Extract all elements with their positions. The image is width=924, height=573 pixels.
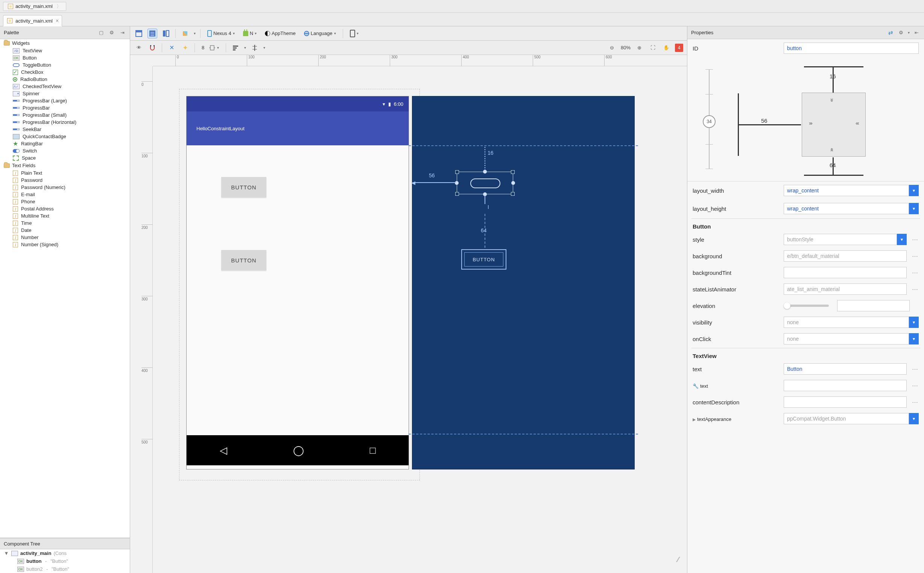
palette-item[interactable]: ITime	[0, 219, 130, 227]
prop-visibility-input[interactable]	[784, 316, 909, 328]
gear-icon[interactable]: ⚙	[897, 29, 905, 36]
cycle-icon[interactable]: ⇄	[887, 29, 894, 36]
palette-group[interactable]: Widgets	[0, 39, 130, 47]
prop-layout-height-input[interactable]	[784, 203, 909, 214]
fit-icon[interactable]: ⛶	[648, 43, 658, 53]
palette-item[interactable]: CheckBox	[0, 69, 130, 76]
gear-icon[interactable]: ⚙	[108, 29, 116, 36]
palette-item[interactable]: ▾Spinner	[0, 90, 130, 97]
more-icon[interactable]: ⋯	[911, 399, 919, 406]
prop-sla-input[interactable]	[784, 283, 907, 295]
infer-constraints-icon[interactable]: ✦	[180, 43, 190, 53]
zoom-in-icon[interactable]: ⊕	[634, 43, 644, 53]
api-picker[interactable]: N▾	[241, 29, 259, 38]
dropdown-icon[interactable]: ▾	[909, 185, 919, 196]
palette-item[interactable]: A✓CheckedTextView	[0, 83, 130, 90]
blueprint-surface-icon[interactable]	[147, 29, 157, 38]
more-icon[interactable]: ⋯	[911, 286, 919, 293]
palette-group[interactable]: Text Fields	[0, 161, 130, 169]
palette-item[interactable]: Space	[0, 154, 130, 161]
tree-node-button2[interactable]: OK button2 - "Button"	[0, 565, 130, 573]
palette-item[interactable]: IPhone	[0, 198, 130, 205]
prop-background-input[interactable]	[784, 250, 907, 261]
orientation-icon[interactable]	[180, 29, 190, 38]
palette-item[interactable]: SeekBar	[0, 126, 130, 133]
canvas[interactable]: 0100200300400500600 0100200300400500 ▾ ▮…	[130, 55, 687, 573]
clear-constraints-icon[interactable]: ✕	[167, 43, 176, 53]
prop-id-input[interactable]	[784, 42, 919, 54]
palette-item[interactable]: ProgressBar (Small)	[0, 111, 130, 119]
prop-style-input[interactable]	[784, 234, 897, 245]
warning-badge[interactable]: 4	[675, 44, 683, 52]
dropdown-icon[interactable]: ▾	[909, 333, 919, 344]
ci-center-box[interactable]: ››› ‹‹‹ ››› ‹‹‹	[802, 92, 866, 157]
prop-cd-input[interactable]	[784, 396, 907, 408]
design-button-2[interactable]: BUTTON	[221, 250, 266, 270]
close-icon[interactable]: ×	[56, 18, 59, 24]
bp-selected-button[interactable]	[457, 172, 513, 194]
locale-picker[interactable]: Language▾	[302, 29, 338, 38]
design-button-1[interactable]: BUTTON	[221, 177, 266, 197]
palette-item[interactable]: RadioButton	[0, 76, 130, 83]
dropdown-icon[interactable]: ▾	[909, 413, 919, 424]
vertical-bias-slider[interactable]: 34	[701, 69, 718, 169]
device-design-surface[interactable]: ▾ ▮ 6:00 HelloConstraintLayout BUTTON BU…	[187, 96, 409, 469]
prop-text-input[interactable]	[784, 363, 907, 374]
pan-icon[interactable]: ✋	[662, 43, 671, 53]
eye-icon[interactable]: 👁	[134, 43, 144, 53]
constraint-inspector[interactable]: 34 16 56 64 ››› ‹‹‹ ››› ‹‹‹	[687, 57, 924, 182]
collapse-icon[interactable]: ⇤	[913, 29, 920, 36]
design-surface-icon[interactable]	[134, 29, 144, 38]
palette-item[interactable]: IPlain Text	[0, 169, 130, 177]
bp-button-2[interactable]: BUTTON	[461, 249, 506, 269]
editor-tab[interactable]: activity_main.xml ×	[3, 15, 62, 27]
palette-item[interactable]: Switch	[0, 147, 130, 154]
prop-onclick-input[interactable]	[784, 333, 909, 344]
palette-item[interactable]: IPostal Address	[0, 205, 130, 212]
breadcrumb-item[interactable]: activity_main.xml 〉	[3, 2, 66, 11]
prop-bgtint-input[interactable]	[784, 267, 907, 278]
more-icon[interactable]: ⋯	[911, 269, 919, 276]
palette-layout-icon[interactable]: ▢	[97, 29, 105, 36]
zoom-out-icon[interactable]: ⊖	[607, 43, 617, 53]
align-icon[interactable]	[231, 43, 240, 53]
default-margin[interactable]: 8 ▾	[200, 43, 221, 53]
palette-item[interactable]: AbTextView	[0, 47, 130, 54]
collapse-icon[interactable]: ⇥	[119, 29, 126, 36]
tree-node-button[interactable]: OK button - "Button"	[0, 557, 130, 565]
dropdown-icon[interactable]: ▾	[909, 203, 919, 214]
palette-item[interactable]: INumber (Signed)	[0, 241, 130, 248]
palette-item[interactable]: IMultiline Text	[0, 212, 130, 219]
more-icon[interactable]: ⋯	[911, 253, 919, 260]
prop-elev-input[interactable]	[837, 300, 910, 312]
pack-icon[interactable]	[250, 43, 260, 53]
palette-item[interactable]: ProgressBar	[0, 104, 130, 111]
palette-item[interactable]: ★RatingBar	[0, 140, 130, 147]
palette-item[interactable]: IDate	[0, 227, 130, 234]
bias-value[interactable]: 34	[703, 115, 716, 128]
device-blueprint-surface[interactable]: 16 ◀ 56 I 64 BUTTON	[412, 96, 634, 469]
disclosure-icon[interactable]: ▼	[4, 550, 9, 556]
palette-item[interactable]: ToggleButton	[0, 61, 130, 69]
elevation-slider[interactable]	[784, 305, 829, 307]
dropdown-icon[interactable]: ▾	[909, 316, 919, 328]
palette-item[interactable]: ProgressBar (Large)	[0, 97, 130, 104]
palette-item[interactable]: ProgressBar (Horizontal)	[0, 119, 130, 126]
device-picker[interactable]: Nexus 4▾	[205, 29, 237, 38]
dropdown-icon[interactable]: ▾	[897, 234, 907, 245]
tree-root[interactable]: ▼ activity_main (Cons	[0, 549, 130, 557]
palette-item[interactable]: IPassword	[0, 177, 130, 184]
disclosure-icon[interactable]: ▶	[693, 417, 696, 422]
palette-item[interactable]: OKButton	[0, 54, 130, 61]
more-icon[interactable]: ⋯	[911, 236, 919, 243]
more-icon[interactable]: ⋯	[911, 382, 919, 389]
theme-picker[interactable]: AppTheme	[262, 29, 298, 38]
palette-item[interactable]: IE-mail	[0, 191, 130, 198]
palette-item[interactable]: INumber	[0, 234, 130, 241]
prop-ta-input[interactable]	[784, 413, 909, 424]
both-surfaces-icon[interactable]	[161, 29, 171, 38]
magnet-icon[interactable]	[147, 43, 157, 53]
palette-item[interactable]: IPassword (Numeric)	[0, 184, 130, 191]
palette-item[interactable]: QuickContactBadge	[0, 133, 130, 140]
prop-layout-width-input[interactable]	[784, 185, 909, 196]
